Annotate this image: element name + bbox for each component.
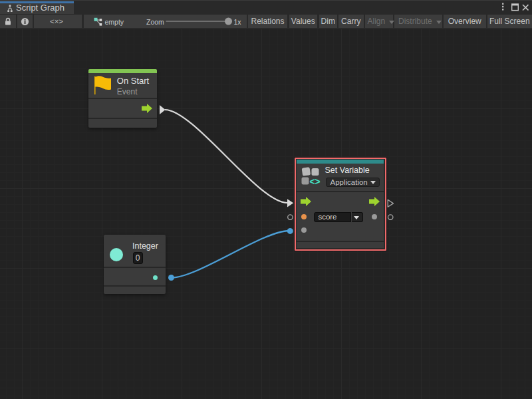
svg-text:<>: <>	[309, 176, 320, 186]
